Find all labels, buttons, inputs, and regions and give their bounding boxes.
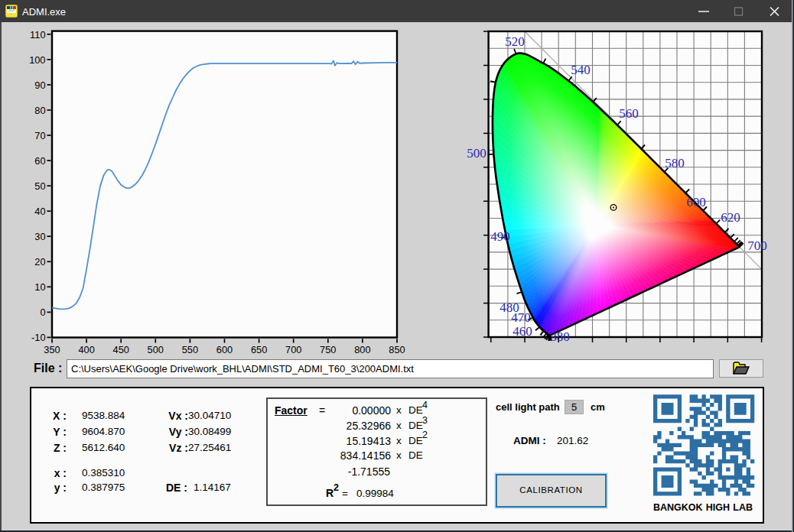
svg-text:700: 700 [285,344,301,355]
svg-text:540: 540 [571,63,591,77]
svg-text:470: 470 [511,310,531,325]
svg-text:-10: -10 [31,332,46,343]
svg-text:100: 100 [29,54,45,66]
svg-text:580: 580 [665,156,685,170]
svg-text:90: 90 [34,79,45,91]
svg-text:50: 50 [34,180,45,192]
svg-text:400: 400 [78,344,94,355]
svg-text:500: 500 [148,344,164,355]
svg-text:80: 80 [34,105,45,116]
svg-text:490: 490 [490,229,510,244]
svg-text:560: 560 [619,106,639,121]
svg-text:600: 600 [216,344,233,355]
svg-text:380: 380 [550,329,570,344]
svg-text:450: 450 [113,344,129,355]
svg-text:10: 10 [34,281,45,293]
svg-text:600: 600 [686,195,706,209]
svg-text:350: 350 [44,344,60,355]
svg-text:70: 70 [34,130,45,141]
svg-text:520: 520 [505,34,525,49]
svg-text:550: 550 [182,344,198,355]
svg-text:110: 110 [30,29,45,41]
svg-text:500: 500 [467,146,486,161]
svg-text:700: 700 [747,238,767,253]
svg-text:620: 620 [721,210,740,225]
svg-text:750: 750 [320,344,336,355]
svg-text:20: 20 [34,256,45,268]
svg-text:800: 800 [354,344,370,355]
svg-text:460: 460 [513,324,532,339]
svg-text:30: 30 [34,231,45,242]
svg-text:60: 60 [34,155,45,167]
svg-text:0: 0 [40,307,45,318]
svg-text:40: 40 [34,206,45,217]
svg-text:650: 650 [251,344,267,355]
svg-text:850: 850 [389,344,405,355]
